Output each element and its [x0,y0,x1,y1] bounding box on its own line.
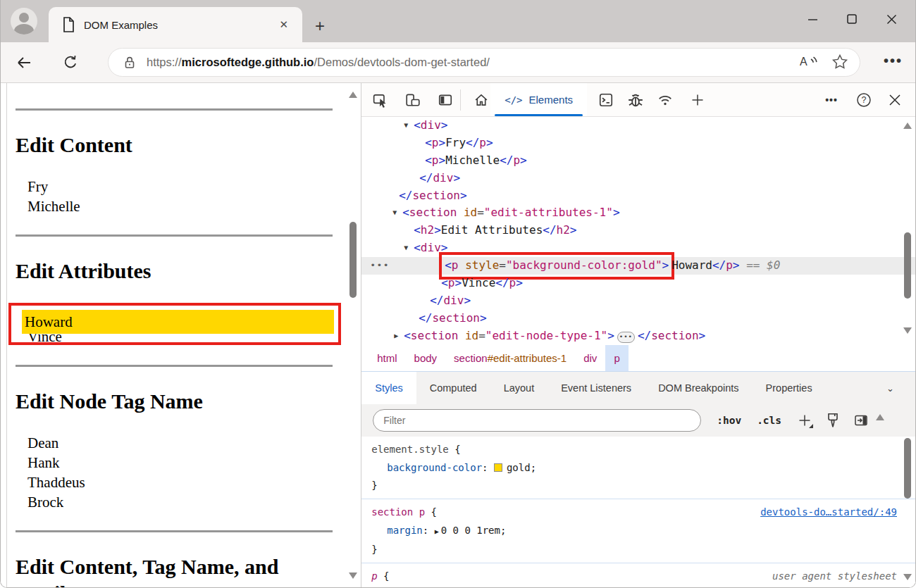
tab-layout[interactable]: Layout [490,372,548,404]
address-bar[interactable]: https://microsoftedge.github.io/Demos/de… [108,48,860,77]
expand-shorthand-icon[interactable]: ▶ [435,527,439,535]
open-brace: { [378,570,390,582]
dom-tree-row[interactable]: </div> [361,170,915,187]
tab-computed[interactable]: Computed [416,372,490,404]
tree-scroll-up-arrow[interactable] [903,123,912,129]
styles-filter-input[interactable] [373,409,701,432]
dom-tree-row[interactable]: </section> [361,310,915,327]
dom-tree-row[interactable]: ▼<section id="edit-attributes-1"> [361,204,915,222]
devtools-close-button[interactable] [886,91,904,109]
expander-open-icon[interactable]: ▼ [404,117,408,135]
dom-tree-scrollbar[interactable] [903,117,914,345]
device-emulation-button[interactable] [404,91,422,109]
console-tool-button[interactable] [597,91,615,109]
css-property-line[interactable]: background-color: gold; [371,458,897,477]
code-token: </ [638,329,651,342]
page-heading: Edit Attributes [16,258,333,284]
code-token: > [441,118,448,132]
devtools-help-button[interactable]: ? [855,91,873,109]
tab-elements[interactable]: </> Elements [490,83,587,116]
breadcrumb-item-div[interactable]: div [575,345,605,371]
tree-scrollbar-thumb[interactable] [904,232,911,299]
tab-dom-breakpoints[interactable]: DOM Breakpoints [645,372,752,404]
rendered-page: Edit ContentFryMichelleEdit AttributesHo… [1,83,361,587]
inspect-element-button[interactable] [371,91,390,109]
close-brace: } [371,477,897,494]
new-style-rule-button[interactable] [796,411,814,430]
code-token: > [516,276,523,289]
code-token: section [432,311,479,325]
dock-side-button[interactable] [436,91,454,109]
network-conditions-button[interactable] [656,91,674,109]
tab-event-listeners[interactable]: Event Listeners [547,372,645,404]
code-token: </ [466,136,479,149]
property-colon: : [423,525,435,536]
devtools-menu-button[interactable]: ••• [822,91,841,109]
browser-menu-button[interactable]: ••• [884,53,903,69]
scroll-down-arrow[interactable] [349,573,357,579]
tree-scroll-down-arrow[interactable] [903,327,912,334]
rendering-emulation-button[interactable] [824,411,842,430]
tab-styles[interactable]: Styles [361,372,416,404]
breadcrumb-item-body[interactable]: body [406,345,446,371]
stylesheet-source-link[interactable]: devtools-do…started/:49 [760,503,897,521]
tab-properties[interactable]: Properties [753,372,826,404]
dom-tree-row[interactable]: <h2>Edit Attributes</h2> [361,222,915,239]
styles-scroll-down-arrow[interactable] [903,574,912,580]
code-token: > [460,189,467,202]
avatar-head-icon [19,13,29,23]
scrollbar-thumb[interactable] [349,222,357,298]
issues-tool-button[interactable] [626,91,645,109]
dom-tree-row[interactable]: </section> [361,187,915,205]
color-swatch[interactable] [494,463,502,472]
profile-avatar[interactable] [11,8,37,35]
code-token: Michelle [445,154,500,167]
breadcrumb-item-p[interactable]: p [605,345,628,371]
styles-scroll-up-arrow[interactable] [876,414,884,420]
breadcrumb-item-section[interactable]: section#edit-attributes-1 [445,345,575,371]
css-property-line[interactable]: margin: ▶0 0 0 1rem; [371,521,897,541]
code-token: > [520,154,527,167]
expander-open-icon[interactable]: ▼ [392,204,397,222]
dom-tree-row[interactable]: <p>Michelle</p> [361,152,915,170]
favorites-button[interactable] [831,54,848,72]
toolbar-separator [460,89,461,111]
scroll-up-arrow[interactable] [349,92,357,98]
minimize-button[interactable] [793,6,832,32]
back-button[interactable] [13,52,35,73]
code-token: Vince [462,276,495,289]
dom-tree-row[interactable]: <p>Fry</p> [361,135,915,152]
property-name: margin [387,525,423,536]
console-icon [598,92,614,108]
section-divider [16,234,333,237]
home-tool-button[interactable] [472,91,490,109]
breadcrumb-item-html[interactable]: html [369,345,405,371]
rule-selector-line: user agent stylesheetp { [371,568,897,585]
dom-tree-row[interactable]: •••<p style="background-color:gold">Howa… [361,257,915,275]
code-token: > [607,329,614,342]
maximize-button[interactable] [832,6,872,32]
toggle-class-button[interactable]: .cls [757,415,781,426]
expander-closed-icon[interactable]: ▶ [394,327,398,345]
add-tool-button[interactable] [688,91,707,109]
new-tab-button[interactable]: + [309,15,330,37]
tab-close-button[interactable]: ✕ [275,17,292,32]
read-aloud-icon: A [799,54,819,69]
toggle-hover-state-button[interactable]: :hov [717,415,741,426]
open-in-sources-button[interactable] [852,411,870,430]
tabs-overflow-chevron-icon[interactable]: ⌄ [875,372,905,404]
dom-tree-row[interactable]: ▶<section id="edit-node-type-1">•••</sec… [361,327,915,345]
close-window-button[interactable] [872,6,911,32]
collapsed-node-ellipsis-button[interactable]: ••• [617,332,635,343]
expander-open-icon[interactable]: ▼ [404,239,408,257]
styles-scrollbar[interactable] [903,437,914,587]
browser-tab[interactable]: DOM Examples ✕ [49,7,302,42]
dom-tree-row[interactable]: </div> [361,292,915,310]
styles-scrollbar-top[interactable] [874,404,889,437]
dom-tree-row[interactable]: <p>Vince</p> [361,275,915,292]
refresh-button[interactable] [60,52,81,73]
read-aloud-button[interactable]: A [799,54,819,72]
page-scrollbar[interactable] [348,83,359,587]
styles-scrollbar-thumb[interactable] [904,438,911,499]
dom-tree-row[interactable]: ▼<div> [361,117,915,135]
